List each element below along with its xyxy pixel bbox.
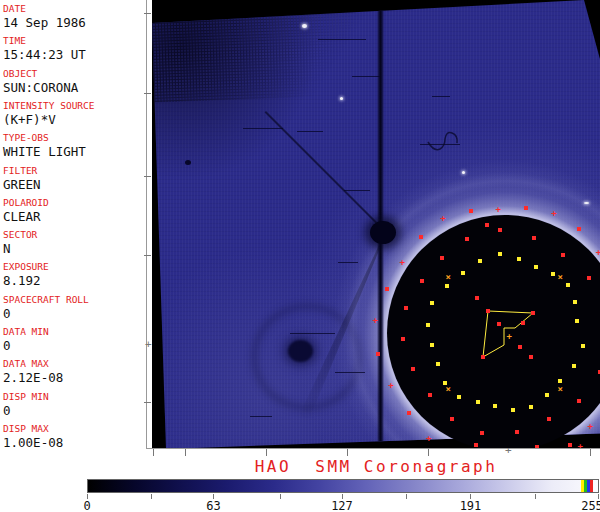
sidebar-field: EXPOSURE8.192 [3, 262, 145, 288]
sidebar-field: TYPE-OBSWHITE LIGHT [3, 133, 145, 159]
field-value: SUN:CORONA [3, 81, 145, 95]
field-value: 8.192 [3, 274, 145, 288]
yellow-inner-circle-dot [551, 272, 555, 276]
orange-plus-marker: + [507, 333, 512, 339]
red-outer-circle-plus-marker: + [587, 423, 592, 429]
yellow-inner-circle-dot [430, 301, 434, 305]
field-label: DISP MIN [3, 392, 145, 402]
field-label: DATE [3, 4, 145, 14]
yellow-inner-circle-dot [445, 284, 449, 288]
metadata-sidebar: DATE14 Sep 1986TIME15:44:23 UTOBJECTSUN:… [0, 0, 146, 449]
field-value: N [3, 242, 145, 256]
sidebar-field: FILTERGREEN [3, 166, 145, 192]
red-fiducial-dot [481, 355, 485, 359]
red-mid-circle-dot [547, 417, 551, 421]
field-value: CLEAR [3, 210, 145, 224]
coronagraph-image-area: +++++++++++++××××++ [152, 0, 600, 448]
field-value: 1.00E-08 [3, 436, 145, 450]
plot-frame-left-line [146, 0, 147, 449]
x-fiducial-marker: × [558, 386, 563, 392]
field-label: POLAROID [3, 198, 145, 208]
field-value: (K+F)*V [3, 113, 145, 127]
field-value: 15:44:23 UT [3, 48, 145, 62]
red-mid-circle-dot [515, 430, 519, 434]
red-fiducial-dot [531, 311, 535, 315]
colorbar-gradient [88, 480, 598, 492]
bottom-axis-tick [266, 449, 267, 456]
artifact-squiggle [428, 133, 457, 150]
field-label: DISP MAX [3, 424, 145, 434]
colorbar-tick-label: 127 [331, 499, 353, 512]
colorbar-tick [535, 494, 536, 499]
red-fiducial-dot [485, 223, 489, 227]
yellow-inner-circle-dot [426, 323, 430, 327]
yellow-inner-circle-dot [545, 393, 549, 397]
bottom-axis-tick [185, 449, 186, 456]
sidebar-field: INTENSITY SOURCE(K+F)*V [3, 101, 145, 127]
red-outer-circle-plus-marker: + [551, 210, 556, 216]
field-label: TIME [3, 36, 145, 46]
field-label: TYPE-OBS [3, 133, 145, 143]
yellow-inner-circle-dot [493, 404, 497, 408]
annotation-overlay [152, 0, 600, 448]
field-label: INTENSITY SOURCE [3, 101, 145, 111]
red-outer-circle-plus-marker: + [596, 249, 600, 255]
red-fiducial-dot [529, 355, 533, 359]
yellow-inner-circle-dot [461, 271, 465, 275]
field-value: 0 [3, 307, 145, 321]
red-outer-circle-dot [524, 206, 528, 210]
cursor-plus-bottom: + [505, 447, 512, 455]
x-fiducial-marker: × [558, 274, 563, 280]
sidebar-field: SPACECRAFT ROLL0 [3, 295, 145, 321]
yellow-inner-circle-dot [498, 252, 502, 256]
field-label: DATA MIN [3, 327, 145, 337]
red-mid-circle-dot [401, 337, 405, 341]
yellow-inner-circle-dot [511, 408, 515, 412]
red-mid-circle-dot [480, 431, 484, 435]
x-fiducial-marker: × [446, 386, 451, 392]
red-mid-circle-dot [450, 417, 454, 421]
sidebar-field: DATA MAX2.12E-08 [3, 359, 145, 385]
field-label: EXPOSURE [3, 262, 145, 272]
sidebar-field: OBJECTSUN:CORONA [3, 69, 145, 95]
yellow-inner-circle-dot [581, 344, 585, 348]
colorbar [87, 479, 599, 493]
red-outer-circle-dot [577, 227, 581, 231]
colorbar-stripe [590, 480, 593, 492]
yellow-inner-circle-dot [534, 265, 538, 269]
red-mid-circle-dot [440, 256, 444, 260]
sidebar-field: POLAROIDCLEAR [3, 198, 145, 224]
left-axis-tick [144, 13, 151, 14]
red-outer-circle-dot [385, 287, 389, 291]
yellow-inner-circle-dot [572, 364, 576, 368]
red-fiducial-dot [535, 445, 539, 448]
colorbar-tick-label: 63 [206, 499, 220, 512]
left-axis-tick [144, 93, 151, 94]
red-fiducial-dot [475, 296, 479, 300]
sidebar-field: DISP MIN0 [3, 392, 145, 418]
red-outer-circle-plus-marker: + [388, 382, 393, 388]
field-label: SECTOR [3, 230, 145, 240]
red-outer-circle-plus-marker: + [440, 215, 445, 221]
field-label: DATA MAX [3, 359, 145, 369]
bottom-axis-tick [428, 449, 429, 456]
bottom-axis-tick [347, 449, 348, 456]
yellow-inner-circle-dot [430, 343, 434, 347]
sidebar-field: SECTORN [3, 230, 145, 256]
field-value: WHITE LIGHT [3, 145, 145, 159]
yellow-inner-circle-dot [558, 379, 562, 383]
sidebar-field: DISP MAX1.00E-08 [3, 424, 145, 450]
red-fiducial-dot [521, 321, 525, 325]
sidebar-field: TIME15:44:23 UT [3, 36, 145, 62]
red-mid-circle-dot [587, 276, 591, 280]
red-outer-circle-dot [376, 352, 380, 356]
red-outer-circle-dot [469, 209, 473, 213]
colorbar-axis: 063127191255 [87, 494, 599, 510]
yellow-inner-circle-dot [566, 283, 570, 287]
red-mid-circle-dot [411, 367, 415, 371]
field-label: OBJECT [3, 69, 145, 79]
left-axis-tick [144, 402, 151, 403]
red-fiducial-dot [497, 322, 501, 326]
red-outer-circle-plus-marker: + [400, 259, 405, 265]
red-fiducial-dot [474, 443, 478, 447]
